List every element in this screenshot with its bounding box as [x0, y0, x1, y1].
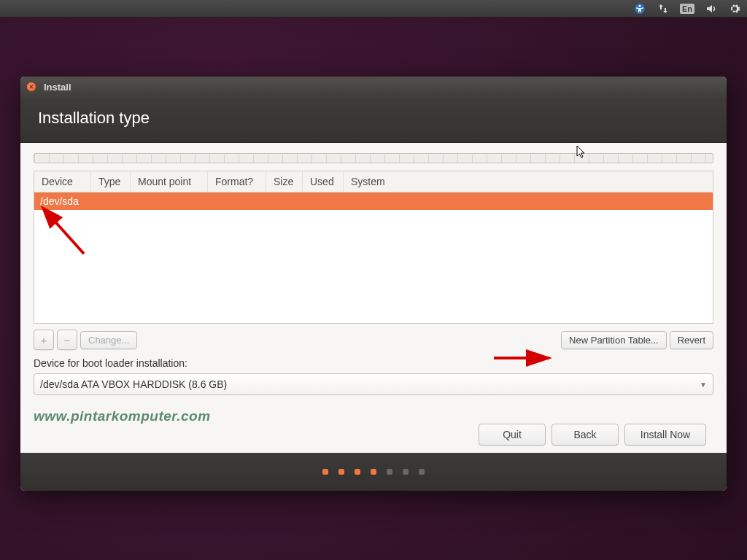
progress-dot [371, 469, 376, 475]
progress-dot [322, 469, 328, 475]
col-mount[interactable]: Mount point [131, 171, 208, 192]
progress-dots [20, 453, 727, 491]
window-title: Install [44, 82, 71, 93]
table-row[interactable]: /dev/sda [34, 192, 713, 210]
revert-button[interactable]: Revert [670, 331, 713, 349]
watermark-text: www.pintarkomputer.com [34, 408, 713, 424]
partition-toolbar: + − Change... New Partition Table... Rev… [34, 330, 713, 350]
new-partition-table-button[interactable]: New Partition Table... [561, 331, 667, 349]
partition-table[interactable]: Device Type Mount point Format? Size Use… [34, 171, 713, 324]
close-icon[interactable]: × [26, 82, 36, 92]
svg-point-1 [639, 4, 641, 7]
quit-button[interactable]: Quit [479, 424, 546, 446]
installer-window: × Install Installation type Device Type … [20, 77, 727, 491]
page-title: Installation type [20, 97, 727, 143]
add-partition-button[interactable]: + [34, 330, 54, 350]
col-type[interactable]: Type [91, 171, 131, 192]
col-size[interactable]: Size [266, 171, 303, 192]
bootloader-device-value: /dev/sda ATA VBOX HARDDISK (8.6 GB) [40, 378, 227, 390]
bootloader-device-select[interactable]: /dev/sda ATA VBOX HARDDISK (8.6 GB) ▼ [34, 373, 713, 395]
system-menubar: En [0, 0, 747, 18]
network-icon[interactable] [657, 2, 670, 15]
accessibility-icon[interactable] [633, 2, 646, 15]
back-button[interactable]: Back [551, 424, 619, 446]
remove-partition-button[interactable]: − [57, 330, 77, 350]
progress-dot [355, 469, 360, 475]
col-device[interactable]: Device [34, 171, 91, 192]
bootloader-label: Device for boot loader installation: [34, 357, 713, 369]
window-titlebar[interactable]: × Install [20, 77, 727, 97]
table-header: Device Type Mount point Format? Size Use… [34, 171, 713, 192]
content-area: Device Type Mount point Format? Size Use… [20, 143, 727, 451]
progress-dot [338, 469, 344, 475]
install-now-button[interactable]: Install Now [624, 424, 706, 446]
col-format[interactable]: Format? [208, 171, 266, 192]
gear-icon[interactable] [728, 2, 741, 15]
wizard-actions: Quit Back Install Now [479, 424, 706, 446]
sound-icon[interactable] [705, 2, 718, 15]
progress-dot [419, 469, 425, 475]
chevron-down-icon: ▼ [700, 381, 707, 389]
table-empty-area[interactable] [34, 210, 713, 323]
keyboard-indicator[interactable]: En [680, 4, 694, 14]
progress-dot [403, 469, 409, 475]
col-system[interactable]: System [344, 171, 713, 192]
disk-usage-bar [34, 153, 713, 163]
col-used[interactable]: Used [303, 171, 344, 192]
change-partition-button[interactable]: Change... [80, 331, 137, 349]
progress-dot [387, 469, 392, 475]
